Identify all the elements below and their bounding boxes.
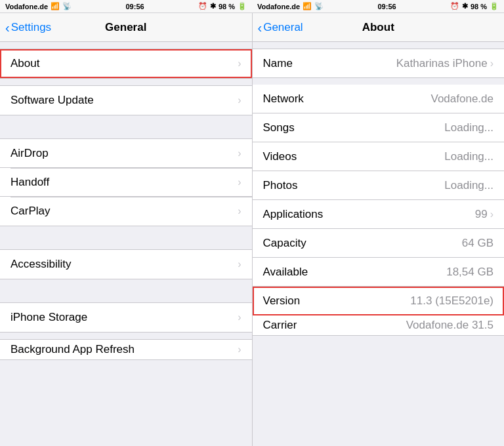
- accessibility-chevron: ›: [238, 258, 241, 270]
- general-settings-screen: ‹ Settings General About › Software Upda…: [0, 13, 252, 446]
- bluetooth-icon-right: ✱: [462, 2, 468, 10]
- alarm-icon-right: ⏰: [450, 2, 459, 10]
- videos-label: Videos: [263, 150, 297, 163]
- available-row: Available 18,54 GB: [253, 258, 505, 287]
- photos-value: Loading...: [444, 179, 494, 192]
- version-label: Version: [263, 294, 301, 308]
- applications-value: 99 ›: [475, 208, 494, 221]
- battery-icon-right: 🔋: [490, 2, 499, 10]
- iphone-storage-row[interactable]: iPhone Storage ›: [0, 303, 252, 332]
- wifi-icon-right: 📡: [314, 2, 324, 10]
- carrier-row: Carrier Vodafone.de 31.5: [253, 315, 505, 335]
- chevron-icon-background: ›: [238, 344, 241, 355]
- group-accessibility: Accessibility ›: [0, 249, 252, 279]
- chevron-icon-carplay: ›: [238, 205, 241, 217]
- carrier-right: Vodafone.de: [257, 3, 300, 10]
- battery-label-left: 98 %: [219, 3, 235, 10]
- network-row: Network Vodafone.de: [253, 85, 505, 113]
- iphone-storage-chevron: ›: [238, 312, 241, 323]
- accessibility-row[interactable]: Accessibility ›: [0, 250, 252, 279]
- applications-row[interactable]: Applications 99 ›: [253, 200, 505, 229]
- general-back-button[interactable]: ‹ General: [258, 21, 303, 34]
- wifi-icon-left: 📡: [62, 2, 72, 10]
- software-update-chevron: ›: [238, 94, 241, 106]
- battery-label-right: 98 %: [471, 3, 487, 10]
- name-row[interactable]: Name Katharinas iPhone ›: [253, 49, 505, 78]
- time-right: 09:56: [377, 3, 396, 10]
- status-right-group: Vodafone.de 📶 📡: [257, 2, 324, 10]
- alarm-icon-left: ⏰: [198, 2, 207, 10]
- network-value: Vodafone.de: [431, 92, 494, 106]
- status-bar: Vodafone.de 📶 📡 09:56 ⏰ ✱ 98 % 🔋 Vodafon…: [0, 0, 504, 13]
- back-label-general: General: [263, 21, 303, 34]
- back-chevron-icon-about: ‹: [258, 21, 262, 34]
- about-label: About: [10, 57, 39, 70]
- videos-value: Loading...: [444, 150, 494, 163]
- available-label: Available: [263, 266, 308, 279]
- about-gap-top: [253, 42, 505, 49]
- chevron-icon-applications: ›: [490, 209, 494, 220]
- carrier-left: Vodafone.de: [5, 3, 48, 10]
- settings-back-button[interactable]: ‹ Settings: [5, 21, 51, 34]
- signal-icon-left: 📶: [51, 2, 60, 10]
- iphone-storage-label: iPhone Storage: [10, 311, 87, 324]
- background-app-refresh-chevron: ›: [238, 344, 241, 355]
- about-nav-bar: ‹ General About: [253, 13, 505, 42]
- general-nav-bar: ‹ Settings General: [0, 13, 252, 42]
- songs-label: Songs: [263, 121, 295, 134]
- group-airdrop-etc: AirDrop › Handoff › CarPlay ›: [0, 138, 252, 226]
- photos-row: Photos Loading...: [253, 171, 505, 200]
- carrier-label: Carrier: [263, 319, 297, 332]
- airdrop-row[interactable]: AirDrop ›: [0, 139, 252, 168]
- software-update-label: Software Update: [10, 94, 94, 107]
- chevron-icon-handoff: ›: [238, 176, 241, 188]
- status-bar-right: Vodafone.de 📶 📡 09:56 ⏰ ✱ 98 % 🔋: [252, 0, 504, 13]
- signal-icon-right: 📶: [303, 2, 312, 10]
- songs-row: Songs Loading...: [253, 113, 505, 142]
- handoff-row[interactable]: Handoff ›: [0, 168, 252, 197]
- gap-1: [0, 42, 252, 49]
- chevron-icon-accessibility: ›: [238, 258, 241, 270]
- accessibility-label: Accessibility: [10, 258, 72, 271]
- network-label: Network: [263, 92, 304, 106]
- about-title: About: [362, 21, 394, 34]
- status-icons-left: ⏰ ✱ 98 % 🔋: [198, 2, 247, 10]
- back-label-settings: Settings: [11, 21, 51, 34]
- back-chevron-icon: ‹: [5, 21, 10, 34]
- status-bar-left: Vodafone.de 📶 📡 09:56 ⏰ ✱ 98 % 🔋: [0, 0, 252, 13]
- gap-6: [0, 333, 252, 339]
- time-left: 09:56: [125, 3, 144, 10]
- capacity-label: Capacity: [263, 237, 306, 250]
- version-value: 11.3 (15E5201e): [410, 294, 494, 308]
- chevron-icon-about: ›: [238, 58, 241, 70]
- carplay-chevron: ›: [238, 205, 241, 217]
- version-row: Version 11.3 (15E5201e): [253, 287, 505, 315]
- name-label: Name: [263, 57, 293, 70]
- capacity-value: 64 GB: [462, 237, 494, 250]
- status-left-group: Vodafone.de 📶 📡: [5, 2, 72, 10]
- name-value: Katharinas iPhone ›: [396, 57, 494, 70]
- applications-label: Applications: [263, 208, 324, 221]
- carplay-row[interactable]: CarPlay ›: [0, 197, 252, 226]
- about-rows-group: Name Katharinas iPhone › Network Vodafon…: [253, 49, 505, 336]
- about-screen: ‹ General About Name Katharinas iPhone ›…: [253, 13, 505, 446]
- group-background-refresh: Background App Refresh ›: [0, 339, 252, 360]
- background-app-refresh-label: Background App Refresh: [10, 343, 135, 356]
- name-value-text: Katharinas iPhone: [396, 57, 488, 70]
- applications-value-text: 99: [475, 208, 488, 221]
- status-icons-right: ⏰ ✱ 98 % 🔋: [450, 2, 499, 10]
- handoff-chevron: ›: [238, 176, 241, 188]
- gap-2: [0, 79, 252, 85]
- group-about: About ›: [0, 49, 252, 79]
- capacity-row: Capacity 64 GB: [253, 229, 505, 258]
- background-app-refresh-row[interactable]: Background App Refresh ›: [0, 340, 252, 359]
- software-update-row[interactable]: Software Update ›: [0, 86, 252, 115]
- group-iphone-storage: iPhone Storage ›: [0, 302, 252, 333]
- gap-5: [0, 279, 252, 302]
- about-row[interactable]: About ›: [0, 49, 252, 78]
- gap-4: [0, 226, 252, 249]
- songs-value: Loading...: [444, 121, 494, 134]
- group-software-update: Software Update ›: [0, 85, 252, 115]
- carrier-value: Vodafone.de 31.5: [406, 319, 494, 332]
- carplay-label: CarPlay: [10, 205, 50, 218]
